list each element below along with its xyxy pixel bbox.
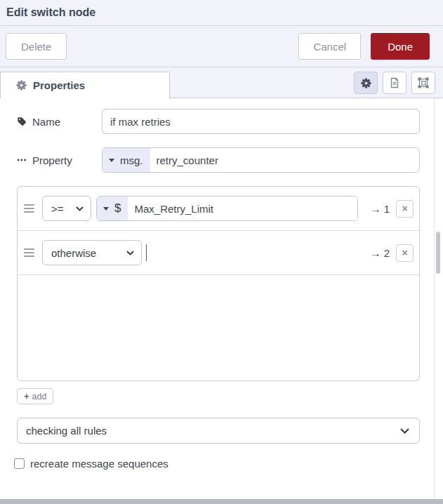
rules-container: >= $ → 1 × otherwise [17, 186, 420, 381]
name-input[interactable] [102, 109, 420, 134]
ellipsis-icon [17, 155, 27, 165]
drag-handle-icon[interactable] [24, 204, 34, 213]
chevron-down-icon [126, 251, 134, 256]
name-row: Name [17, 109, 420, 134]
drag-handle-icon[interactable] [24, 248, 34, 257]
caret-down-icon [103, 207, 109, 211]
done-button[interactable]: Done [371, 33, 430, 60]
rule-1-type-dropdown[interactable]: $ [97, 197, 128, 220]
toolbar-right-group: Cancel Done [298, 33, 430, 60]
scrollbar-thumb[interactable] [436, 232, 440, 274]
rule-row-1: >= $ → 1 × [18, 187, 419, 230]
close-icon: × [402, 248, 407, 258]
delete-button[interactable]: Delete [6, 33, 67, 60]
rule-mode-value: checking all rules [26, 425, 107, 437]
rule-1-remove-button[interactable]: × [396, 200, 414, 218]
rule-1-typed-input: $ [96, 196, 358, 221]
dialog-header: Edit switch node [0, 0, 443, 26]
appearance-icon [418, 77, 429, 88]
rule-2-operator-value: otherwise [51, 247, 96, 259]
rule-row-2: otherwise → 2 × [18, 230, 419, 274]
tray-resize-bar [0, 499, 443, 504]
cancel-button[interactable]: Cancel [298, 33, 361, 60]
property-type-label: msg. [120, 154, 143, 166]
chevron-down-icon [76, 206, 84, 211]
chevron-down-icon [400, 428, 409, 434]
document-icon [389, 77, 400, 88]
rule-1-operator-value: >= [51, 203, 64, 215]
property-type-dropdown[interactable]: msg. [103, 148, 150, 172]
rule-1-output-arrow: → 1 [366, 203, 390, 215]
close-icon: × [402, 204, 407, 213]
dialog-title: Edit switch node [6, 6, 95, 19]
rule-2-remove-button[interactable]: × [396, 244, 414, 262]
gear-icon [361, 78, 371, 88]
rule-mode-select[interactable]: checking all rules [17, 418, 420, 444]
recreate-sequences-label: recreate message sequences [30, 458, 168, 470]
add-rule-label: add [32, 392, 47, 402]
recreate-sequences-checkbox[interactable] [14, 458, 25, 469]
rules-empty-area [18, 274, 419, 381]
add-rule-button[interactable]: + add [17, 388, 53, 404]
repair-sequence-row: recreate message sequences [14, 458, 420, 470]
name-label: Name [17, 116, 102, 128]
property-label-text: Property [32, 154, 72, 166]
text-cursor [146, 244, 147, 261]
caret-down-icon [109, 159, 114, 162]
rule-1-type-label: $ [114, 201, 121, 215]
properties-panel: Name Property msg. >= [0, 98, 443, 470]
rule-2-output-arrow: → 2 [366, 247, 390, 259]
rule-1-operator-select[interactable]: >= [42, 196, 91, 221]
tab-properties[interactable]: Properties [0, 72, 170, 98]
property-typed-input: msg. [102, 147, 420, 173]
tag-icon [17, 117, 27, 126]
tab-properties-label: Properties [33, 79, 85, 91]
property-input[interactable] [150, 148, 419, 172]
vertical-scrollbar [434, 98, 441, 499]
rule-2-operator-select[interactable]: otherwise [42, 240, 142, 265]
appearance-tab-button[interactable] [411, 72, 435, 94]
tab-action-buttons [354, 72, 435, 94]
rule-1-value-input[interactable] [128, 197, 357, 220]
dialog-toolbar: Delete Cancel Done [0, 26, 443, 67]
editor-tab-bar: Properties [0, 67, 443, 98]
properties-tab-button[interactable] [354, 72, 378, 94]
name-label-text: Name [32, 116, 60, 128]
description-tab-button[interactable] [383, 72, 406, 94]
plus-icon: + [24, 391, 29, 402]
property-label: Property [17, 154, 102, 166]
property-row: Property msg. [17, 147, 420, 173]
gear-icon [16, 80, 27, 91]
